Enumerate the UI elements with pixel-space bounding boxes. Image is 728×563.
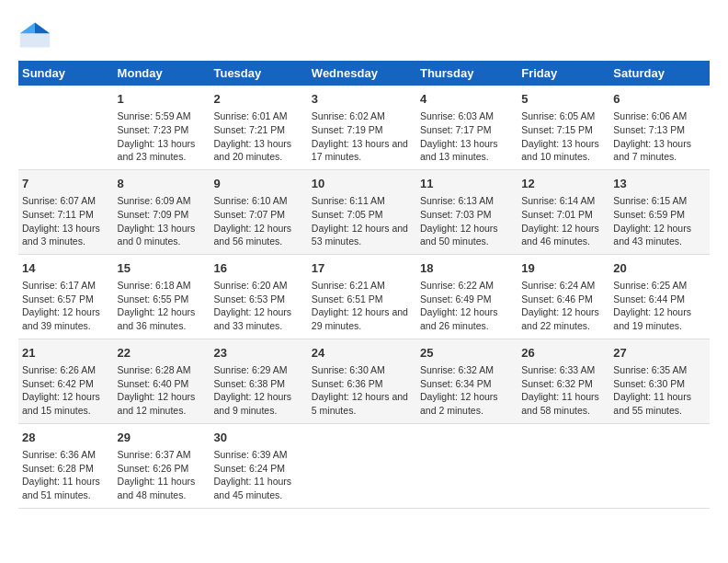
day-number: 29 bbox=[118, 430, 207, 446]
calendar-table: SundayMondayTuesdayWednesdayThursdayFrid… bbox=[18, 61, 710, 509]
day-info: Sunrise: 6:05 AMSunset: 7:15 PMDaylight:… bbox=[521, 109, 606, 164]
day-cell bbox=[18, 86, 114, 169]
day-cell bbox=[308, 423, 416, 508]
day-info: Sunrise: 6:37 AMSunset: 6:26 PMDaylight:… bbox=[118, 448, 207, 502]
day-cell: 18Sunrise: 6:22 AMSunset: 6:49 PMDayligh… bbox=[416, 254, 518, 339]
day-number: 24 bbox=[312, 345, 413, 362]
day-number: 25 bbox=[420, 345, 514, 362]
day-number: 14 bbox=[22, 260, 110, 277]
day-number: 21 bbox=[22, 345, 110, 362]
day-info: Sunrise: 6:33 AMSunset: 6:32 PMDaylight:… bbox=[521, 363, 606, 418]
day-info: Sunrise: 6:03 AMSunset: 7:17 PMDaylight:… bbox=[420, 109, 514, 164]
day-info: Sunrise: 6:39 AMSunset: 6:24 PMDaylight:… bbox=[213, 448, 303, 502]
day-number: 4 bbox=[420, 91, 514, 108]
day-info: Sunrise: 6:25 AMSunset: 6:44 PMDaylight:… bbox=[613, 279, 706, 333]
day-number: 26 bbox=[521, 345, 606, 362]
day-number: 13 bbox=[613, 176, 706, 192]
day-number: 7 bbox=[22, 176, 110, 192]
day-info: Sunrise: 6:15 AMSunset: 6:59 PMDaylight:… bbox=[613, 194, 706, 248]
day-header-friday: Friday bbox=[518, 61, 609, 86]
day-cell bbox=[609, 423, 710, 508]
calendar-header: SundayMondayTuesdayWednesdayThursdayFrid… bbox=[18, 61, 710, 86]
page-header bbox=[18, 18, 710, 52]
day-number: 11 bbox=[420, 176, 514, 192]
day-header-monday: Monday bbox=[114, 61, 210, 86]
day-header-sunday: Sunday bbox=[18, 61, 114, 86]
week-row-3: 14Sunrise: 6:17 AMSunset: 6:57 PMDayligh… bbox=[18, 254, 710, 339]
day-cell: 27Sunrise: 6:35 AMSunset: 6:30 PMDayligh… bbox=[609, 339, 710, 423]
day-header-thursday: Thursday bbox=[416, 61, 518, 86]
day-info: Sunrise: 6:35 AMSunset: 6:30 PMDaylight:… bbox=[613, 363, 706, 418]
day-cell: 11Sunrise: 6:13 AMSunset: 7:03 PMDayligh… bbox=[416, 169, 518, 254]
day-cell: 26Sunrise: 6:33 AMSunset: 6:32 PMDayligh… bbox=[518, 339, 609, 423]
day-info: Sunrise: 6:28 AMSunset: 6:40 PMDaylight:… bbox=[118, 363, 207, 418]
day-info: Sunrise: 6:02 AMSunset: 7:19 PMDaylight:… bbox=[312, 109, 413, 164]
day-cell: 20Sunrise: 6:25 AMSunset: 6:44 PMDayligh… bbox=[609, 254, 710, 339]
day-cell: 12Sunrise: 6:14 AMSunset: 7:01 PMDayligh… bbox=[518, 169, 609, 254]
day-cell: 21Sunrise: 6:26 AMSunset: 6:42 PMDayligh… bbox=[18, 339, 114, 423]
day-info: Sunrise: 6:30 AMSunset: 6:36 PMDaylight:… bbox=[312, 363, 413, 418]
day-cell: 4Sunrise: 6:03 AMSunset: 7:17 PMDaylight… bbox=[416, 86, 518, 169]
day-cell: 6Sunrise: 6:06 AMSunset: 7:13 PMDaylight… bbox=[609, 86, 710, 169]
day-info: Sunrise: 6:07 AMSunset: 7:11 PMDaylight:… bbox=[22, 194, 110, 248]
day-info: Sunrise: 6:18 AMSunset: 6:55 PMDaylight:… bbox=[118, 279, 207, 333]
week-row-1: 1Sunrise: 5:59 AMSunset: 7:23 PMDaylight… bbox=[18, 86, 710, 169]
day-number: 18 bbox=[420, 260, 514, 277]
day-cell: 3Sunrise: 6:02 AMSunset: 7:19 PMDaylight… bbox=[308, 86, 416, 169]
day-cell: 30Sunrise: 6:39 AMSunset: 6:24 PMDayligh… bbox=[210, 423, 307, 508]
day-cell: 22Sunrise: 6:28 AMSunset: 6:40 PMDayligh… bbox=[114, 339, 210, 423]
day-info: Sunrise: 6:11 AMSunset: 7:05 PMDaylight:… bbox=[312, 194, 413, 248]
day-info: Sunrise: 6:10 AMSunset: 7:07 PMDaylight:… bbox=[213, 194, 303, 248]
logo bbox=[18, 18, 57, 52]
day-info: Sunrise: 6:26 AMSunset: 6:42 PMDaylight:… bbox=[22, 363, 110, 418]
day-info: Sunrise: 6:22 AMSunset: 6:49 PMDaylight:… bbox=[420, 279, 514, 333]
day-info: Sunrise: 6:14 AMSunset: 7:01 PMDaylight:… bbox=[521, 194, 606, 248]
day-header-saturday: Saturday bbox=[609, 61, 710, 86]
day-number: 3 bbox=[312, 91, 413, 108]
svg-marker-1 bbox=[35, 23, 50, 34]
day-info: Sunrise: 6:36 AMSunset: 6:28 PMDaylight:… bbox=[22, 448, 110, 502]
week-row-4: 21Sunrise: 6:26 AMSunset: 6:42 PMDayligh… bbox=[18, 339, 710, 423]
day-number: 6 bbox=[613, 91, 706, 108]
day-number: 10 bbox=[312, 176, 413, 192]
day-cell: 8Sunrise: 6:09 AMSunset: 7:09 PMDaylight… bbox=[114, 169, 210, 254]
day-cell: 14Sunrise: 6:17 AMSunset: 6:57 PMDayligh… bbox=[18, 254, 114, 339]
day-cell bbox=[416, 423, 518, 508]
day-number: 8 bbox=[118, 176, 207, 192]
day-info: Sunrise: 6:13 AMSunset: 7:03 PMDaylight:… bbox=[420, 194, 514, 248]
day-info: Sunrise: 6:29 AMSunset: 6:38 PMDaylight:… bbox=[213, 363, 303, 418]
day-number: 12 bbox=[521, 176, 606, 192]
day-cell: 10Sunrise: 6:11 AMSunset: 7:05 PMDayligh… bbox=[308, 169, 416, 254]
day-cell: 1Sunrise: 5:59 AMSunset: 7:23 PMDaylight… bbox=[114, 86, 210, 169]
day-number: 20 bbox=[613, 260, 706, 277]
day-info: Sunrise: 6:06 AMSunset: 7:13 PMDaylight:… bbox=[613, 109, 706, 164]
day-info: Sunrise: 6:09 AMSunset: 7:09 PMDaylight:… bbox=[118, 194, 207, 248]
day-info: Sunrise: 6:01 AMSunset: 7:21 PMDaylight:… bbox=[213, 109, 303, 164]
svg-marker-2 bbox=[20, 23, 35, 34]
week-row-2: 7Sunrise: 6:07 AMSunset: 7:11 PMDaylight… bbox=[18, 169, 710, 254]
day-info: Sunrise: 6:17 AMSunset: 6:57 PMDaylight:… bbox=[22, 279, 110, 333]
day-info: Sunrise: 6:20 AMSunset: 6:53 PMDaylight:… bbox=[213, 279, 303, 333]
day-info: Sunrise: 5:59 AMSunset: 7:23 PMDaylight:… bbox=[118, 109, 207, 164]
day-cell: 16Sunrise: 6:20 AMSunset: 6:53 PMDayligh… bbox=[210, 254, 307, 339]
day-cell: 9Sunrise: 6:10 AMSunset: 7:07 PMDaylight… bbox=[210, 169, 307, 254]
day-number: 9 bbox=[213, 176, 303, 192]
day-number: 16 bbox=[213, 260, 303, 277]
day-header-tuesday: Tuesday bbox=[210, 61, 307, 86]
day-number: 30 bbox=[213, 430, 303, 446]
day-cell bbox=[518, 423, 609, 508]
day-number: 23 bbox=[213, 345, 303, 362]
day-cell: 5Sunrise: 6:05 AMSunset: 7:15 PMDaylight… bbox=[518, 86, 609, 169]
day-number: 28 bbox=[22, 430, 110, 446]
day-info: Sunrise: 6:24 AMSunset: 6:46 PMDaylight:… bbox=[521, 279, 606, 333]
day-number: 19 bbox=[521, 260, 606, 277]
day-cell: 17Sunrise: 6:21 AMSunset: 6:51 PMDayligh… bbox=[308, 254, 416, 339]
day-number: 5 bbox=[521, 91, 606, 108]
logo-icon bbox=[18, 18, 51, 52]
day-cell: 29Sunrise: 6:37 AMSunset: 6:26 PMDayligh… bbox=[114, 423, 210, 508]
day-cell: 13Sunrise: 6:15 AMSunset: 6:59 PMDayligh… bbox=[609, 169, 710, 254]
day-cell: 24Sunrise: 6:30 AMSunset: 6:36 PMDayligh… bbox=[308, 339, 416, 423]
day-cell: 19Sunrise: 6:24 AMSunset: 6:46 PMDayligh… bbox=[518, 254, 609, 339]
day-cell: 25Sunrise: 6:32 AMSunset: 6:34 PMDayligh… bbox=[416, 339, 518, 423]
day-cell: 23Sunrise: 6:29 AMSunset: 6:38 PMDayligh… bbox=[210, 339, 307, 423]
